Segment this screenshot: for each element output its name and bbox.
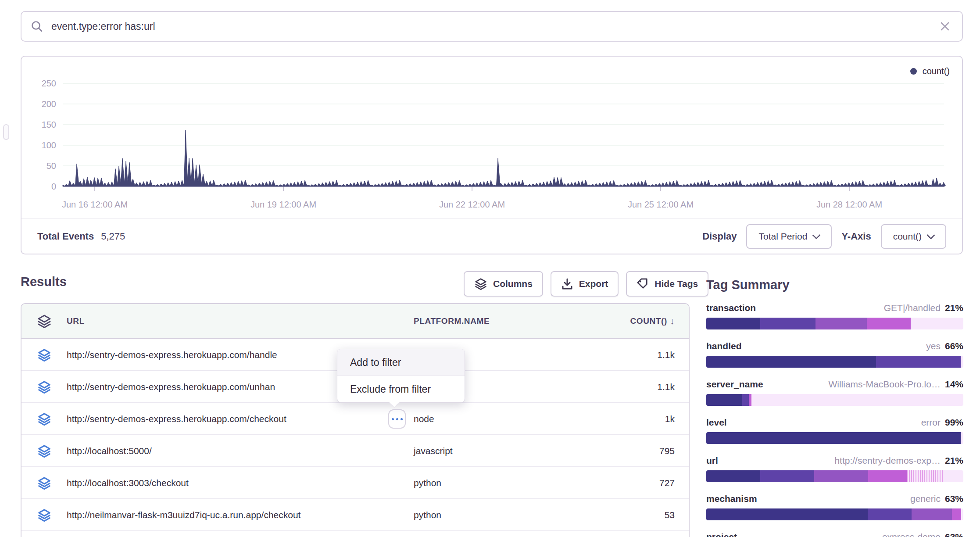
- tag-top-percent: 21%: [945, 303, 963, 313]
- tag-bar-segment[interactable]: [961, 432, 963, 444]
- tag-bar-segment[interactable]: [961, 356, 963, 368]
- chart-footer: Total Events 5,275 Display Total Period …: [21, 218, 962, 254]
- tag-bar-segment[interactable]: [706, 394, 742, 406]
- tag-bar-segment[interactable]: [706, 432, 961, 444]
- tag-bar-segment[interactable]: [876, 356, 961, 368]
- tag-name: transaction: [706, 303, 756, 313]
- tag-bar-segment[interactable]: [742, 394, 749, 406]
- tag-bar-segment[interactable]: [760, 470, 814, 482]
- export-button[interactable]: Export: [551, 271, 619, 297]
- chevron-down-icon: [926, 231, 935, 240]
- tag-top-percent: 63%: [945, 532, 963, 537]
- platform-cell[interactable]: python: [414, 510, 611, 520]
- tag-distribution-bar[interactable]: [706, 508, 963, 520]
- table-header-row: URL PLATFORM.NAME COUNT() ↓: [21, 304, 689, 339]
- column-header-url[interactable]: URL: [67, 316, 414, 326]
- platform-cell[interactable]: node: [414, 414, 611, 424]
- stack-icon: [21, 444, 67, 458]
- url-cell[interactable]: http://sentry-demos-express.herokuapp.co…: [67, 414, 414, 424]
- discover-page: { "search": { "query": "event.type:error…: [0, 0, 980, 537]
- stack-icon: [21, 314, 67, 328]
- count-cell[interactable]: 727: [611, 478, 689, 488]
- layers-icon: [474, 278, 487, 290]
- column-header-platform[interactable]: PLATFORM.NAME: [414, 316, 611, 326]
- menu-item-add-to-filter[interactable]: Add to filter: [337, 349, 465, 376]
- tag-bar-segment[interactable]: [907, 470, 943, 482]
- svg-text:Jun 28 12:00 AM: Jun 28 12:00 AM: [816, 200, 882, 209]
- columns-button[interactable]: Columns: [464, 271, 543, 297]
- tag-bar-segment[interactable]: [706, 356, 876, 368]
- sort-desc-icon: ↓: [670, 316, 675, 326]
- tag-row-server_name: server_nameWilliams-MacBook-Pro.lo…14%: [706, 379, 963, 417]
- tag-bar-segment[interactable]: [868, 470, 907, 482]
- tag-distribution-bar[interactable]: [706, 318, 963, 329]
- chart-legend[interactable]: count(): [910, 66, 950, 76]
- tag-row-project: projectexpress-demo63%: [706, 532, 963, 537]
- sidebar-collapse-handle[interactable]: [3, 124, 9, 140]
- tag-bar-segment[interactable]: [867, 318, 911, 329]
- tag-name: project: [706, 532, 737, 537]
- tag-bar-segment[interactable]: [760, 318, 815, 329]
- tag-summary-heading: Tag Summary: [706, 278, 963, 292]
- tag-bar-segment[interactable]: [943, 470, 963, 482]
- tag-summary: Tag Summary transactionGET|/handled21%ha…: [706, 278, 963, 537]
- tag-bar-segment[interactable]: [814, 470, 868, 482]
- tag-row-level: levelerror99%: [706, 417, 963, 455]
- tag-bar-segment[interactable]: [706, 508, 868, 520]
- search-input[interactable]: event.type:error has:url: [51, 21, 939, 32]
- column-header-count[interactable]: COUNT() ↓: [611, 316, 689, 326]
- menu-item-exclude-from-filter[interactable]: Exclude from filter: [337, 376, 465, 402]
- url-cell[interactable]: http://localhost:3003/checkout: [67, 478, 414, 488]
- tag-icon: [637, 278, 649, 290]
- tag-bar-segment[interactable]: [952, 508, 962, 520]
- tag-name: mechanism: [706, 494, 757, 504]
- legend-series-dot: [910, 68, 917, 75]
- url-cell[interactable]: http://localhost:5000/: [67, 446, 414, 456]
- table-row: http://localhost:5000/javascript795: [21, 435, 689, 467]
- tag-bar-segment[interactable]: [815, 318, 867, 329]
- tag-distribution-bar[interactable]: [706, 432, 963, 444]
- results-toolbar: ColumnsExportHide Tags: [464, 271, 708, 297]
- svg-text:0: 0: [51, 182, 56, 191]
- tag-top-percent: 14%: [945, 379, 963, 390]
- count-header-label: COUNT(): [630, 316, 667, 326]
- hide-tags-button[interactable]: Hide Tags: [626, 271, 708, 297]
- stack-icon: [21, 412, 67, 426]
- platform-cell[interactable]: javascript: [414, 446, 611, 456]
- tag-distribution-bar[interactable]: [706, 356, 963, 368]
- tag-bar-segment[interactable]: [912, 508, 952, 520]
- total-events-label: Total Events: [37, 231, 94, 242]
- display-label: Display: [702, 231, 737, 242]
- tag-bar-segment[interactable]: [706, 318, 760, 329]
- tag-bar-segment[interactable]: [706, 470, 760, 482]
- svg-text:200: 200: [42, 99, 56, 109]
- tag-top-percent: 99%: [945, 417, 963, 428]
- tag-bar-segment[interactable]: [751, 394, 963, 406]
- tag-name: handled: [706, 341, 742, 351]
- yaxis-dropdown[interactable]: count(): [881, 224, 946, 249]
- count-cell[interactable]: 1k: [611, 414, 689, 424]
- url-cell[interactable]: http://neilmanvar-flask-m3uuizd7iq-uc.a.…: [67, 510, 414, 520]
- total-events-value: 5,275: [101, 231, 125, 242]
- tag-distribution-bar[interactable]: [706, 470, 963, 482]
- table-row: http://neilmanvar-flask-m3uuizd7iq-uc.a.…: [21, 499, 689, 531]
- tag-bar-segment[interactable]: [911, 318, 963, 329]
- svg-text:250: 250: [42, 79, 56, 88]
- tag-bar-segment[interactable]: [868, 508, 912, 520]
- tag-top-percent: 63%: [945, 494, 963, 504]
- cell-context-menu: Add to filter Exclude from filter: [337, 349, 465, 403]
- clear-search-icon[interactable]: [939, 21, 951, 32]
- search-bar[interactable]: event.type:error has:url: [21, 11, 963, 42]
- row-actions-button[interactable]: [388, 409, 406, 429]
- tag-bar-segment[interactable]: [961, 508, 963, 520]
- platform-cell[interactable]: python: [414, 478, 611, 488]
- tag-distribution-bar[interactable]: [706, 394, 963, 406]
- tag-top-value: GET|/handled: [884, 303, 941, 313]
- count-cell[interactable]: 1.1k: [611, 382, 689, 392]
- count-cell[interactable]: 795: [611, 446, 689, 456]
- stack-icon: [21, 508, 67, 522]
- events-area-chart[interactable]: 050100150200250Jun 16 12:00 AMJun 19 12:…: [21, 57, 962, 219]
- count-cell[interactable]: 53: [611, 510, 689, 520]
- display-dropdown[interactable]: Total Period: [746, 224, 832, 249]
- count-cell[interactable]: 1.1k: [611, 350, 689, 360]
